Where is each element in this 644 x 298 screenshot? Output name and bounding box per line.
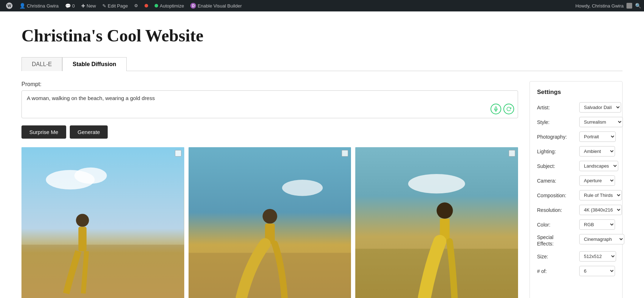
- visual-builder-label: Enable Visual Builder: [197, 3, 241, 9]
- comment-icon: 💬: [65, 3, 71, 9]
- settings-row-camera: Camera: Aperture Shutter ISO Manual: [537, 175, 615, 186]
- comment-count: 0: [72, 3, 75, 9]
- settings-row-color: Color: RGB CMYK Grayscale Sepia: [537, 219, 615, 230]
- howdy-text: Howdy, Christina Gwira: [575, 3, 624, 9]
- green-dot-icon: [155, 4, 158, 8]
- admin-bar: W 👤 Christina Gwira 💬 0 ✚ New ✎ Edit Pag…: [0, 0, 644, 11]
- image-checkbox-1[interactable]: [175, 150, 181, 157]
- camera-select[interactable]: Aperture Shutter ISO Manual: [579, 175, 615, 186]
- edit-icon: ✎: [102, 3, 106, 9]
- image-grid: [21, 147, 518, 298]
- size-select[interactable]: 512x512 256x256 1024x1024: [579, 251, 616, 262]
- resolution-select[interactable]: 4K (3840x216 1080p 720p 512x512: [579, 205, 622, 215]
- color-label: Color:: [537, 222, 576, 228]
- autoptimize-label: Autoptimize: [160, 3, 184, 9]
- search-icon[interactable]: 🔍: [635, 3, 641, 9]
- main-content: Christina's Cool Website DALL-E Stable D…: [0, 11, 644, 298]
- svg-point-4: [74, 168, 107, 184]
- prompt-icons: [491, 104, 514, 114]
- settings-row-composition: Composition: Rule of Thirds Golden Ratio…: [537, 190, 615, 200]
- artist-select[interactable]: Salvador Dalí Picasso Monet Van Gogh: [579, 102, 621, 113]
- settings-title: Settings: [537, 89, 615, 96]
- settings-row-special-effects: SpecialEffects: Cinemagraph None HDR Lon…: [537, 234, 615, 247]
- photography-select[interactable]: Portrait Landscape Macro Street: [579, 131, 616, 142]
- settings-row-style: Style: Surrealism Realism Impressionism …: [537, 117, 615, 127]
- lighting-label: Lighting:: [537, 149, 576, 154]
- settings-row-lighting: Lighting: Ambient Natural Studio Dramati…: [537, 146, 615, 157]
- tab-stable-diffusion[interactable]: Stable Diffusion: [62, 57, 127, 71]
- divi-visual-builder-link[interactable]: D Enable Visual Builder: [187, 0, 244, 11]
- plus-icon: ✚: [81, 3, 85, 9]
- prompt-mic-icon[interactable]: [491, 104, 501, 114]
- settings-row-photography: Photography: Portrait Landscape Macro St…: [537, 131, 615, 142]
- tab-dalle[interactable]: DALL-E: [21, 57, 62, 71]
- tabs-container: DALL-E Stable Diffusion: [21, 57, 623, 71]
- artist-label: Artist:: [537, 105, 576, 110]
- image-cell-3: [355, 147, 518, 298]
- svg-point-6: [76, 214, 89, 227]
- edit-page-label: Edit Page: [108, 3, 128, 9]
- comments-link[interactable]: 💬 0: [62, 0, 78, 11]
- svg-rect-10: [189, 253, 351, 298]
- wp-logo[interactable]: W: [3, 0, 16, 11]
- prompt-container: A woman, walking on the beach, wearing a…: [21, 90, 518, 118]
- special-effects-select[interactable]: Cinemagraph None HDR Long Exposure: [579, 234, 624, 244]
- red-dot-item[interactable]: [142, 0, 151, 11]
- site-title: Christina's Cool Website: [21, 26, 623, 45]
- photography-label: Photography:: [537, 134, 576, 140]
- settings-row-size: Size: 512x512 256x256 1024x1024: [537, 251, 615, 262]
- generate-button[interactable]: Generate: [70, 125, 108, 139]
- settings-row-num-of: # of: 1 2 3 4 6 8: [537, 266, 615, 276]
- surprise-me-button[interactable]: Surprise Me: [21, 125, 66, 139]
- svg-rect-7: [78, 227, 87, 251]
- image-checkbox-2[interactable]: [342, 150, 348, 157]
- settings-row-artist: Artist: Salvador Dalí Picasso Monet Van …: [537, 102, 615, 113]
- image-cell-2: [189, 147, 351, 298]
- site-name-link[interactable]: 👤 Christina Gwira: [16, 0, 62, 11]
- special-effects-label: SpecialEffects:: [537, 234, 576, 247]
- content-area: Prompt: A woman, walking on the beach, w…: [21, 81, 623, 298]
- red-dot-icon: [145, 4, 148, 8]
- settings-panel: Settings Artist: Salvador Dalí Picasso M…: [530, 81, 623, 298]
- new-label: New: [87, 3, 96, 9]
- yoast-icon: ⚙: [134, 3, 138, 8]
- composition-label: Composition:: [537, 193, 576, 198]
- left-panel: Prompt: A woman, walking on the beach, w…: [21, 81, 518, 298]
- num-of-select[interactable]: 1 2 3 4 6 8: [579, 266, 615, 276]
- svg-point-16: [437, 203, 453, 219]
- svg-point-9: [282, 180, 323, 196]
- composition-select[interactable]: Rule of Thirds Golden Ratio Symmetry Lea…: [579, 190, 622, 200]
- prompt-input[interactable]: A woman, walking on the beach, wearing a…: [22, 91, 518, 116]
- resolution-label: Resolution:: [537, 207, 576, 213]
- settings-row-resolution: Resolution: 4K (3840x216 1080p 720p 512x…: [537, 205, 615, 215]
- autoptimize-link[interactable]: Autoptimize: [152, 0, 187, 11]
- svg-rect-5: [21, 245, 184, 298]
- subject-label: Subject:: [537, 163, 576, 169]
- prompt-refresh-icon[interactable]: [503, 104, 514, 114]
- site-favicon: 👤: [19, 3, 25, 9]
- button-row: Surprise Me Generate: [21, 125, 518, 139]
- subject-select[interactable]: Landscapes Portraits Still Life Architec…: [579, 161, 618, 171]
- style-label: Style:: [537, 119, 576, 125]
- wp-icon: W: [6, 2, 13, 9]
- user-avatar[interactable]: [626, 3, 632, 9]
- camera-label: Camera:: [537, 178, 576, 184]
- new-content-link[interactable]: ✚ New: [78, 0, 99, 11]
- yoast-seo-icon[interactable]: ⚙: [131, 0, 141, 11]
- svg-point-14: [408, 174, 465, 194]
- color-select[interactable]: RGB CMYK Grayscale Sepia: [579, 219, 615, 230]
- style-select[interactable]: Surrealism Realism Impressionism Abstrac…: [579, 117, 623, 127]
- image-checkbox-3[interactable]: [509, 150, 515, 157]
- prompt-label: Prompt:: [21, 81, 518, 88]
- image-cell-1: [21, 147, 184, 298]
- edit-page-link[interactable]: ✎ Edit Page: [99, 0, 131, 11]
- num-of-label: # of:: [537, 268, 576, 274]
- svg-point-11: [263, 209, 277, 224]
- lighting-select[interactable]: Ambient Natural Studio Dramatic: [579, 146, 615, 157]
- divi-icon: D: [190, 3, 196, 9]
- size-label: Size:: [537, 254, 576, 259]
- settings-row-subject: Subject: Landscapes Portraits Still Life…: [537, 161, 615, 171]
- admin-site-name: Christina Gwira: [27, 3, 59, 9]
